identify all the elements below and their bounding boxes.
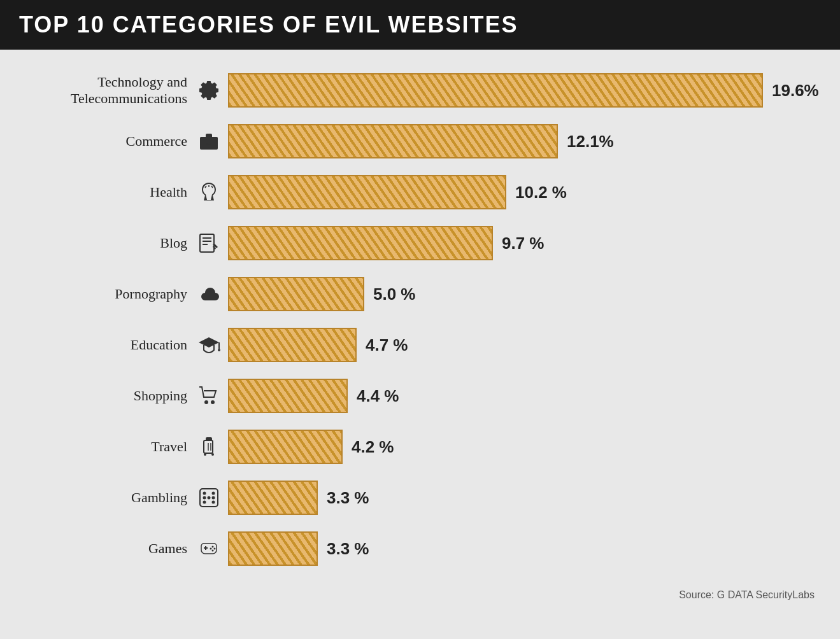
source-label: Source: G DATA SecurityLabs	[0, 584, 840, 601]
label-area: Gambling	[19, 484, 223, 512]
cart-icon	[195, 382, 223, 410]
chart-row: Education4.7 %	[19, 323, 821, 367]
svg-point-14	[211, 453, 214, 456]
chart-row: Gambling3.3 %	[19, 476, 821, 519]
svg-point-17	[203, 492, 206, 495]
svg-point-27	[214, 548, 216, 550]
page-title: TOP 10 CATEGORIES OF EVIL WEBSITES	[19, 11, 821, 38]
label-area: Technology andTelecommunications	[19, 74, 223, 108]
bar	[228, 277, 364, 311]
category-label: Travel	[151, 439, 187, 455]
bar-area: 9.7 %	[223, 226, 821, 260]
chart-row: Travel4.2 %	[19, 425, 821, 468]
svg-rect-2	[200, 234, 214, 252]
svg-point-18	[212, 492, 215, 495]
chart-row: Games3.3 %	[19, 527, 821, 570]
svg-point-22	[203, 496, 206, 500]
category-label: Education	[131, 337, 187, 353]
svg-point-10	[211, 401, 214, 404]
svg-point-15	[204, 453, 206, 456]
bar	[228, 124, 558, 158]
bar-area: 10.2 %	[223, 175, 821, 209]
bar	[228, 328, 357, 362]
svg-point-8	[218, 349, 220, 351]
blog-icon	[195, 229, 223, 257]
chart-row: Blog9.7 %	[19, 221, 821, 265]
category-label: Games	[148, 540, 187, 557]
bar-area: 12.1%	[223, 124, 821, 158]
label-area: Games	[19, 535, 223, 563]
svg-point-26	[212, 546, 214, 548]
chart-row: Technology andTelecommunications19.6%	[19, 69, 821, 112]
svg-point-9	[205, 401, 208, 404]
graduation-icon	[195, 331, 223, 359]
bar-percent: 10.2 %	[515, 183, 567, 202]
label-area: Education	[19, 331, 223, 359]
chart-container: Technology andTelecommunications19.6%Com…	[0, 62, 840, 584]
label-area: Commerce	[19, 127, 223, 155]
bar-percent: 3.3 %	[327, 488, 369, 508]
label-area: Travel	[19, 433, 223, 461]
bar-percent: 4.2 %	[352, 437, 394, 457]
category-label: Gambling	[131, 489, 187, 506]
svg-point-28	[210, 548, 212, 550]
category-label: Pornography	[115, 286, 187, 302]
bar-area: 3.3 %	[223, 481, 821, 515]
bar-percent: 4.7 %	[366, 335, 408, 355]
bar-percent: 3.3 %	[327, 539, 369, 559]
dice-icon	[195, 484, 223, 512]
header: TOP 10 CATEGORIES OF EVIL WEBSITES	[0, 0, 840, 50]
bar	[228, 531, 318, 566]
bar-percent: 19.6%	[772, 81, 819, 101]
chart-row: Commerce12.1%	[19, 120, 821, 163]
bar-area: 3.3 %	[223, 531, 821, 566]
svg-point-23	[212, 496, 215, 500]
briefcase-icon	[195, 127, 223, 155]
bar	[228, 73, 763, 108]
bar	[228, 481, 318, 515]
category-label: Blog	[160, 235, 187, 251]
bar-percent: 12.1%	[567, 132, 614, 151]
svg-point-19	[203, 501, 206, 504]
label-area: Pornography	[19, 280, 223, 308]
svg-point-21	[208, 496, 211, 500]
cloud-icon	[195, 280, 223, 308]
bar-percent: 4.4 %	[357, 386, 399, 406]
bar	[228, 379, 348, 413]
bar	[228, 226, 493, 260]
category-label: Shopping	[134, 388, 187, 404]
chart-row: Shopping4.4 %	[19, 374, 821, 418]
bar-percent: 9.7 %	[502, 234, 545, 253]
bar-percent: 5.0 %	[373, 284, 416, 304]
chart-row: Health10.2 %	[19, 171, 821, 214]
gear-icon	[195, 76, 223, 104]
bar-area: 19.6%	[223, 73, 821, 108]
chart-row: Pornography5.0 %	[19, 272, 821, 316]
category-label: Commerce	[125, 133, 187, 150]
bar-area: 4.7 %	[223, 328, 821, 362]
svg-marker-6	[199, 337, 219, 348]
label-area: Health	[19, 178, 223, 206]
label-area: Blog	[19, 229, 223, 257]
category-label: Technology andTelecommunications	[71, 74, 187, 108]
gamepad-icon	[195, 535, 223, 563]
svg-point-29	[212, 550, 214, 552]
mortar-icon	[195, 178, 223, 206]
label-area: Shopping	[19, 382, 223, 410]
bar-area: 4.4 %	[223, 379, 821, 413]
bar	[228, 175, 506, 209]
bar	[228, 430, 343, 464]
category-label: Health	[150, 184, 187, 200]
luggage-icon	[195, 433, 223, 461]
bar-area: 5.0 %	[223, 277, 821, 311]
bar-area: 4.2 %	[223, 430, 821, 464]
svg-point-20	[212, 501, 215, 504]
